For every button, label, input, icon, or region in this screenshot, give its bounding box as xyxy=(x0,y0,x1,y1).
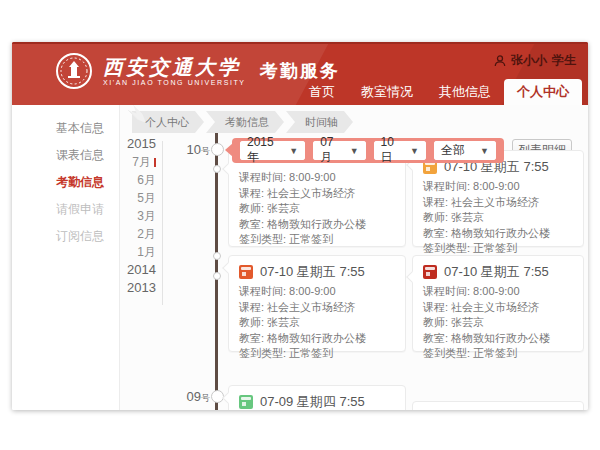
breadcrumb-timeline[interactable]: 时间轴 xyxy=(286,111,353,133)
sidebar-item-attendance-info[interactable]: 考勤信息 xyxy=(12,169,119,196)
user-role: 学生 xyxy=(552,52,576,69)
person-icon xyxy=(494,55,506,67)
nav-item-personal-center[interactable]: 个人中心 xyxy=(504,79,582,105)
card-field-time: 课程时间: 8:00-9:00 xyxy=(229,170,405,186)
year-select[interactable]: 2015年▼ xyxy=(240,141,305,160)
card-field-teacher: 教师: 张芸京 xyxy=(229,201,405,217)
year-nav-2014[interactable]: 2014 xyxy=(104,261,156,279)
year-nav-2013[interactable]: 2013 xyxy=(104,279,156,297)
card-date: 07-10 星期五 7:55 xyxy=(444,263,549,281)
card-field-time: 课程时间: 8:00-9:00 xyxy=(413,179,583,195)
year-nav-jan[interactable]: 1月 xyxy=(104,243,156,261)
sidebar-item-basic-info[interactable]: 基本信息 xyxy=(12,115,119,142)
year-nav-jun[interactable]: 6月 xyxy=(104,171,156,189)
card-field-signin-type: 签到类型: 正常签到 xyxy=(229,232,405,248)
card-field-room: 教室: 格物致知行政办公楼 xyxy=(413,226,583,242)
card-field-room: 教室: 格物致知行政办公楼 xyxy=(229,331,405,347)
nav-item-other-info[interactable]: 其他信息 xyxy=(426,79,504,105)
attendance-card: 07-09 星期四 7:55 xyxy=(228,385,406,410)
sidebar-item-leave-request[interactable]: 请假申请 xyxy=(12,196,119,223)
day-marker-09: 09号 xyxy=(170,389,210,405)
nav-item-home[interactable]: 首页 xyxy=(296,79,348,105)
university-name-cn: 西安交通大学 xyxy=(103,57,246,77)
year-nav-divider xyxy=(162,141,163,305)
chevron-down-icon: ▼ xyxy=(289,146,298,156)
card-field-teacher: 教师: 张芸京 xyxy=(413,315,583,331)
attendance-card: 07-10 星期五 7:55 课程时间: 8:00-9:00 课程: 社会主义市… xyxy=(412,255,584,352)
year-nav-jul[interactable]: 7月 xyxy=(104,153,156,171)
card-header: 07-09 星期四 7:55 xyxy=(229,386,405,410)
card-field-time: 课程时间: 8:00-9:00 xyxy=(229,284,405,300)
chevron-down-icon: ▼ xyxy=(480,146,489,156)
chevron-down-icon: ▼ xyxy=(410,146,419,156)
card-field-course: 课程: 社会主义市场经济 xyxy=(413,195,583,211)
month-select[interactable]: 07月▼ xyxy=(313,141,365,160)
attendance-app-window: 西安交通大学 XI'AN JIAO TONG UNIVERSITY 考勤服务 张… xyxy=(12,42,588,410)
breadcrumb-attendance-info[interactable]: 考勤信息 xyxy=(206,111,284,133)
attendance-type-icon xyxy=(239,265,253,279)
card-field-course: 课程: 社会主义市场经济 xyxy=(229,186,405,202)
main-nav: 首页 教室情况 其他信息 个人中心 xyxy=(296,79,582,105)
card-field-teacher: 教师: 张芸京 xyxy=(229,315,405,331)
card-field-room: 教室: 格物致知行政办公楼 xyxy=(413,331,583,347)
attendance-card xyxy=(412,401,584,410)
timeline-node xyxy=(213,272,221,280)
user-info[interactable]: 张小小 学生 xyxy=(494,52,576,69)
user-name: 张小小 xyxy=(511,52,547,69)
university-name-block: 西安交通大学 XI'AN JIAO TONG UNIVERSITY xyxy=(103,57,246,86)
university-name-en: XI'AN JIAO TONG UNIVERSITY xyxy=(103,79,246,86)
type-select[interactable]: 全部▼ xyxy=(434,141,496,160)
card-field-time: 课程时间: 8:00-9:00 xyxy=(413,284,583,300)
card-date: 07-09 星期四 7:55 xyxy=(260,393,365,410)
day-marker-10: 10号 xyxy=(170,142,210,158)
university-seal-icon xyxy=(55,52,93,90)
attendance-card: 07-10 星期五 7:55 课程时间: 8:00-9:00 课程: 社会主义市… xyxy=(228,255,406,352)
year-nav-2015[interactable]: 2015 xyxy=(104,135,156,153)
breadcrumb: 个人中心 考勤信息 时间轴 xyxy=(130,111,353,133)
card-field-course: 课程: 社会主义市场经济 xyxy=(229,300,405,316)
card-field-room: 教室: 格物致知行政办公楼 xyxy=(229,217,405,233)
attendance-type-icon xyxy=(239,395,253,409)
card-field-course: 课程: 社会主义市场经济 xyxy=(413,300,583,316)
card-field-teacher: 教师: 张芸京 xyxy=(413,210,583,226)
active-month-marker xyxy=(154,158,156,167)
card-field-signin-type: 签到类型: 正常签到 xyxy=(413,346,583,362)
card-header: 07-10 星期五 7:55 xyxy=(229,256,405,284)
chevron-down-icon: ▼ xyxy=(350,146,359,156)
filter-bar: 2015年▼ 07月▼ 10日▼ 全部▼ xyxy=(232,138,504,163)
attendance-card: 07-10 星期五 7:55 课程时间: 8:00-9:00 课程: 社会主义市… xyxy=(412,150,584,247)
timeline-year-nav: 2015 7月 6月 5月 3月 2月 1月 2014 2013 xyxy=(104,135,156,297)
timeline-node-day10 xyxy=(211,143,224,156)
timeline-node xyxy=(213,252,221,260)
year-nav-mar[interactable]: 3月 xyxy=(104,207,156,225)
year-nav-may[interactable]: 5月 xyxy=(104,189,156,207)
year-nav-feb[interactable]: 2月 xyxy=(104,225,156,243)
nav-item-classrooms[interactable]: 教室情况 xyxy=(348,79,426,105)
sidebar-item-schedule-info[interactable]: 课表信息 xyxy=(12,142,119,169)
card-date: 07-10 星期五 7:55 xyxy=(260,263,365,281)
content-area: 基本信息 课表信息 考勤信息 请假申请 订阅信息 个人中心 考勤信息 时间轴 2… xyxy=(12,105,588,410)
card-field-signin-type: 签到类型: 正常签到 xyxy=(229,346,405,362)
day-select[interactable]: 10日▼ xyxy=(374,141,426,160)
card-header: 07-10 星期五 7:55 xyxy=(413,256,583,284)
timeline-node xyxy=(213,165,221,173)
attendance-type-icon xyxy=(423,265,437,279)
filter-bar-arrow xyxy=(225,143,233,157)
sidebar-item-subscription-info[interactable]: 订阅信息 xyxy=(12,223,119,250)
app-header: 西安交通大学 XI'AN JIAO TONG UNIVERSITY 考勤服务 张… xyxy=(12,42,588,105)
breadcrumb-personal-center[interactable]: 个人中心 xyxy=(132,111,204,133)
